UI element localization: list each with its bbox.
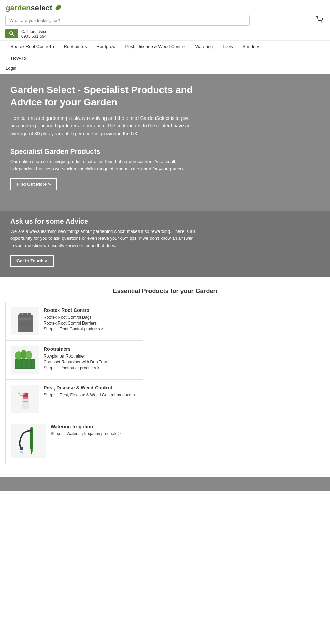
product-image-rootex (11, 307, 39, 335)
hero-advice-content: Ask us for some Advice We are always lea… (10, 217, 196, 267)
hero-description: Horticulture and gardening is always evo… (10, 114, 196, 137)
svg-rect-12 (19, 324, 31, 326)
rootrainer-link-rowplanter[interactable]: Rowplanter Rootrainer (44, 354, 137, 359)
watering-link-shop-all[interactable]: Shop all Watering Irrigation products > (51, 431, 137, 436)
svg-point-33 (20, 451, 22, 453)
nav-item-sundries[interactable]: Sundries (238, 41, 265, 53)
svg-point-34 (22, 452, 23, 454)
nav-item-rootex[interactable]: Rootex Root Control ▾ (6, 41, 59, 53)
svg-rect-17 (32, 360, 34, 368)
nav-item-howto[interactable]: How-To (11, 53, 319, 64)
rootex-link-barriers[interactable]: Rootex Root Control Barriers (44, 321, 137, 326)
product-image-rootrainers (11, 346, 39, 374)
svg-line-5 (12, 34, 14, 36)
logo-area: gardenselect (6, 3, 324, 12)
product-details-rootrainers: Rootrainers Rowplanter Rootrainer Compac… (44, 346, 137, 371)
cart-icon (315, 15, 324, 25)
svg-rect-14 (16, 360, 21, 368)
watering-stake-icon (11, 424, 46, 458)
rootex-link-bags[interactable]: Rootex Root Control Bags (44, 315, 137, 320)
svg-rect-16 (27, 360, 31, 368)
get-in-touch-button[interactable]: Get in Touch > (10, 255, 54, 267)
svg-rect-10 (19, 318, 31, 320)
rootex-link-shop-all[interactable]: Shop all Root Control products > (44, 327, 137, 331)
nav-item-tools[interactable]: Tools (218, 41, 238, 53)
hero-specialist-section: Specialist Garden Products Our online sh… (10, 148, 196, 190)
svg-point-4 (10, 32, 13, 35)
hero-specialist-title: Specialist Garden Products (10, 148, 196, 156)
svg-rect-24 (23, 397, 28, 399)
product-name-rootrainers: Rootrainers (44, 346, 137, 352)
product-details-rootex: Rootex Root Control Rootex Root Control … (44, 307, 137, 332)
svg-point-20 (26, 351, 32, 360)
rootex-bag-icon (12, 308, 38, 334)
product-name-rootex: Rootex Root Control (44, 307, 137, 313)
product-details-watering: Watering Irrigation Shop all Watering Ir… (51, 424, 137, 437)
svg-rect-6 (18, 315, 33, 332)
hero-advice-title: Ask us for some Advice (10, 217, 196, 225)
hero-section: Garden Select - Specialist Products and … (0, 74, 330, 277)
hero-content: Garden Select - Specialist Products and … (10, 84, 196, 194)
rootrainer-icon (12, 347, 38, 373)
svg-point-32 (20, 447, 23, 450)
product-card-watering: Watering Irrigation Shop all Watering Ir… (6, 418, 143, 464)
product-name-watering: Watering Irrigation (51, 424, 137, 429)
nav-label-watering: Watering (195, 44, 213, 49)
phone-advice-area: Call for advice 0908 631 594 (21, 29, 47, 39)
svg-marker-31 (30, 450, 33, 455)
hero-advice-desc: We are always learning new things about … (10, 228, 196, 249)
nav-primary-list: Rootex Root Control ▾ Rootrainers Rootgr… (6, 41, 324, 53)
product-image-pest (11, 385, 39, 413)
pest-spray-icon (12, 386, 38, 411)
nav-item-rootrainers[interactable]: Rootrainers (59, 41, 92, 53)
svg-rect-27 (23, 402, 28, 408)
pest-link-shop-all[interactable]: Shop all Pest, Disease & Weed Control pr… (44, 393, 137, 397)
svg-rect-23 (20, 395, 23, 396)
header: gardenselect Call for advice 090 (0, 0, 330, 39)
search-btn-row: Call for advice 0908 631 594 (6, 29, 324, 39)
product-card-rootrainers: Rootrainers Rowplanter Rootrainer Compac… (6, 340, 143, 380)
search-button[interactable] (6, 29, 18, 38)
product-details-pest: Pest, Disease & Weed Control Shop all Pe… (44, 385, 137, 398)
essential-title: Essential Products for your Garden (6, 287, 324, 295)
product-name-pest: Pest, Disease & Weed Control (44, 385, 137, 391)
svg-rect-28 (23, 393, 25, 395)
product-card-pest: Pest, Disease & Weed Control Shop all Pe… (6, 379, 143, 418)
nav-label-rootex: Rootex Root Control (10, 44, 51, 49)
leaf-icon (54, 4, 62, 12)
nav-label-pest: Pest, Disease & Weed Control (125, 44, 185, 49)
rootrainer-link-shop-all[interactable]: Shop all Rootrainer products > (44, 365, 137, 370)
product-cards-list: Rootex Root Control Rootex Root Control … (6, 302, 143, 464)
svg-rect-15 (22, 360, 26, 368)
product-image-watering (11, 424, 46, 458)
login-link[interactable]: Login (6, 66, 16, 71)
chevron-down-icon: ▾ (52, 45, 54, 49)
hero-advice-section: Ask us for some Advice We are always lea… (0, 211, 330, 277)
hero-divider (10, 202, 320, 202)
nav-item-rootgrow[interactable]: Rootgrow (92, 41, 121, 53)
product-card-rootex: Rootex Root Control Rootex Root Control … (6, 302, 143, 341)
phone-advice-label: Call for advice (21, 29, 47, 34)
rootrainer-link-compact[interactable]: Compact Rootrainer with Drip Tray (44, 360, 137, 364)
phone-number: 0908 631 594 (21, 34, 47, 39)
search-input[interactable] (6, 15, 250, 26)
essential-products-section: Essential Products for your Garden Roote… (0, 277, 330, 471)
svg-rect-26 (23, 401, 28, 402)
cart-button[interactable] (315, 15, 324, 26)
svg-rect-25 (23, 399, 28, 401)
svg-point-3 (321, 22, 322, 23)
logo[interactable]: gardenselect (6, 3, 52, 12)
nav-item-watering[interactable]: Watering (190, 41, 218, 53)
find-out-more-button[interactable]: Find Out More > (10, 178, 57, 190)
nav-label-rootgrow: Rootgrow (97, 44, 116, 49)
nav-label-rootrainers: Rootrainers (64, 44, 87, 49)
svg-point-2 (319, 22, 320, 23)
nav-item-pest[interactable]: Pest, Disease & Weed Control (120, 41, 190, 53)
svg-rect-7 (19, 313, 31, 317)
hero-title: Garden Select - Specialist Products and … (10, 84, 196, 109)
svg-point-19 (21, 350, 26, 359)
login-area: Login (0, 64, 330, 74)
svg-point-18 (15, 351, 22, 360)
footer-bar (0, 477, 330, 491)
logo-garden: garden (6, 3, 31, 12)
